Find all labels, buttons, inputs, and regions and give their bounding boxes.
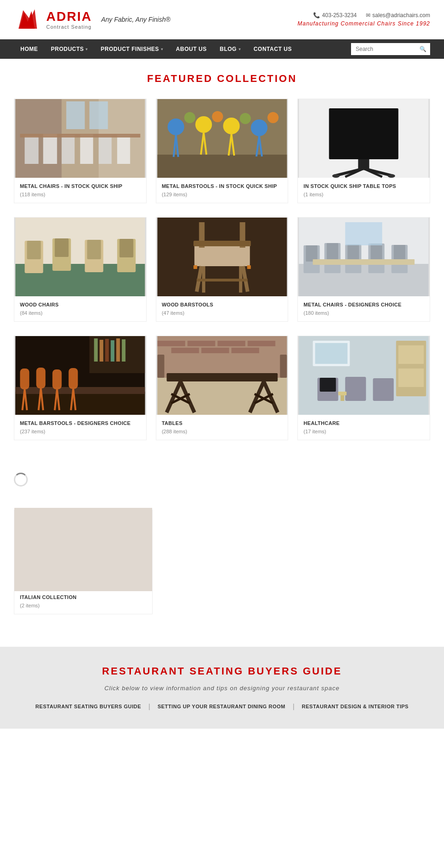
product-info-1: METAL BARSTOOLS - IN STOCK QUICK SHIP (1… <box>156 178 288 203</box>
products-arrow: ▾ <box>86 47 88 51</box>
featured-title: FEATURED COLLECTION <box>14 73 430 85</box>
svg-point-39 <box>333 174 340 178</box>
product-img-svg-4 <box>156 218 288 296</box>
svg-rect-126 <box>399 345 424 364</box>
search-button[interactable]: 🔍 <box>416 43 430 55</box>
svg-point-22 <box>223 118 240 134</box>
svg-rect-74 <box>371 244 382 260</box>
italian-card[interactable]: ITALIAN COLLECTION (2 items) <box>14 510 153 614</box>
product-count-2: (1 items) <box>303 192 424 197</box>
guide-link-0[interactable]: RESTAURANT SEATING BUYERS GUIDE <box>28 704 148 709</box>
product-img-svg-3 <box>14 218 146 296</box>
product-card-0[interactable]: METAL CHAIRS - IN STOCK QUICK SHIP (118 … <box>14 99 147 203</box>
svg-rect-77 <box>313 259 415 265</box>
top-header: ADRIA Contract Seating Any Fabric, Any F… <box>0 0 444 39</box>
svg-rect-34 <box>358 159 370 169</box>
nav-blog[interactable]: BLOG ▾ <box>213 39 247 59</box>
italian-name: ITALIAN COLLECTION <box>20 594 147 600</box>
svg-rect-45 <box>27 241 41 259</box>
product-grid-row1: METAL CHAIRS - IN STOCK QUICK SHIP (118 … <box>14 99 430 203</box>
svg-rect-106 <box>247 341 275 346</box>
svg-rect-8 <box>80 134 93 164</box>
product-img-svg-8 <box>298 336 430 415</box>
svg-rect-105 <box>217 341 245 346</box>
phone-number: 403-253-3234 <box>322 12 357 19</box>
product-card-8[interactable]: HEALTHCARE (17 items) <box>297 336 430 440</box>
product-count-6: (237 items) <box>20 429 141 434</box>
email-icon: ✉ <box>366 12 370 19</box>
svg-rect-33 <box>329 108 399 159</box>
blog-arrow: ▾ <box>239 47 241 51</box>
svg-rect-103 <box>157 341 185 346</box>
product-card-3[interactable]: WOOD CHAIRS (84 items) <box>14 217 147 322</box>
guide-link-2[interactable]: RESTAURANT DESIGN & INTERIOR TIPS <box>295 704 416 709</box>
product-img-svg-5 <box>298 218 430 296</box>
product-grid-row2: WOOD CHAIRS (84 items) <box>14 217 430 322</box>
product-count-7: (288 items) <box>162 429 283 434</box>
product-name-5: METAL CHAIRS - DESIGNERS CHOICE <box>303 302 424 307</box>
svg-rect-80 <box>15 392 145 415</box>
nav-product-finishes[interactable]: PRODUCT FINISHES ▾ <box>94 39 170 59</box>
email-contact: ✉ sales@adriachairs.com <box>366 12 430 19</box>
svg-rect-92 <box>36 368 45 388</box>
search-area: 🔍 <box>351 43 430 55</box>
svg-point-19 <box>195 116 212 133</box>
product-card-5[interactable]: METAL CHAIRS - DESIGNERS CHOICE (180 ite… <box>297 217 430 322</box>
svg-rect-84 <box>99 340 103 362</box>
svg-rect-87 <box>116 338 120 362</box>
logo-sub: Contract Seating <box>46 24 92 30</box>
italian-img-svg <box>14 508 152 592</box>
svg-rect-12 <box>66 101 85 129</box>
product-count-8: (17 items) <box>303 429 424 434</box>
main-content: FEATURED COLLECTION <box>0 59 444 628</box>
svg-rect-68 <box>306 245 318 262</box>
email-address: sales@adriachairs.com <box>372 12 430 19</box>
svg-rect-133 <box>339 392 347 395</box>
product-name-4: WOOD BARSTOOLS <box>162 302 283 307</box>
nav-about-us[interactable]: ABOUT US <box>169 39 213 59</box>
product-name-8: HEALTHCARE <box>303 420 424 426</box>
product-img-svg-2 <box>298 99 430 178</box>
svg-rect-85 <box>105 339 109 362</box>
product-card-4[interactable]: WOOD BARSTOOLS (47 items) <box>156 217 289 322</box>
svg-rect-89 <box>20 368 29 389</box>
nav-products[interactable]: PRODUCTS ▾ <box>44 39 94 59</box>
svg-rect-110 <box>166 373 278 381</box>
product-count-1: (129 items) <box>162 192 283 197</box>
spinner-area <box>14 454 430 505</box>
nav-contact-us[interactable]: CONTACT US <box>247 39 298 59</box>
svg-rect-119 <box>157 355 164 378</box>
search-input[interactable] <box>351 43 416 55</box>
svg-rect-7 <box>62 135 74 164</box>
nav-home[interactable]: HOME <box>14 39 44 59</box>
product-image-6 <box>14 336 146 415</box>
product-card-6[interactable]: METAL BARSTOOLS - DESIGNERS CHOICE (237 … <box>14 336 147 440</box>
logo-brand: ADRIA <box>46 9 92 24</box>
product-card-7[interactable]: TABLES (288 items) <box>156 336 289 440</box>
svg-rect-47 <box>55 238 68 257</box>
svg-point-28 <box>184 112 195 123</box>
svg-rect-135 <box>14 508 152 592</box>
svg-rect-83 <box>94 338 98 362</box>
svg-rect-62 <box>193 265 197 269</box>
svg-rect-63 <box>247 265 251 269</box>
product-image-3 <box>14 218 146 296</box>
italian-count: (2 items) <box>20 603 147 608</box>
guide-link-1[interactable]: SETTING UP YOUR RESTAURANT DINING ROOM <box>150 704 293 709</box>
product-grid-row3: METAL BARSTOOLS - DESIGNERS CHOICE (237 … <box>14 336 430 440</box>
svg-rect-81 <box>15 387 145 394</box>
svg-rect-76 <box>394 245 406 261</box>
product-name-2: IN STOCK QUICK SHIP TABLE TOPS <box>303 183 424 189</box>
product-img-svg-1 <box>156 99 288 178</box>
svg-rect-5 <box>25 136 38 164</box>
product-name-1: METAL BARSTOOLS - IN STOCK QUICK SHIP <box>162 183 283 189</box>
svg-rect-131 <box>348 377 364 391</box>
product-card-2[interactable]: IN STOCK QUICK SHIP TABLE TOPS (1 items) <box>297 99 430 203</box>
product-count-3: (84 items) <box>20 310 141 316</box>
svg-point-16 <box>167 119 184 135</box>
product-card-1[interactable]: METAL BARSTOOLS - IN STOCK QUICK SHIP (1… <box>156 99 289 203</box>
svg-rect-11 <box>20 134 140 137</box>
svg-point-25 <box>251 119 267 136</box>
italian-section: ITALIAN COLLECTION (2 items) <box>14 510 430 614</box>
product-info-7: TABLES (288 items) <box>156 415 288 440</box>
